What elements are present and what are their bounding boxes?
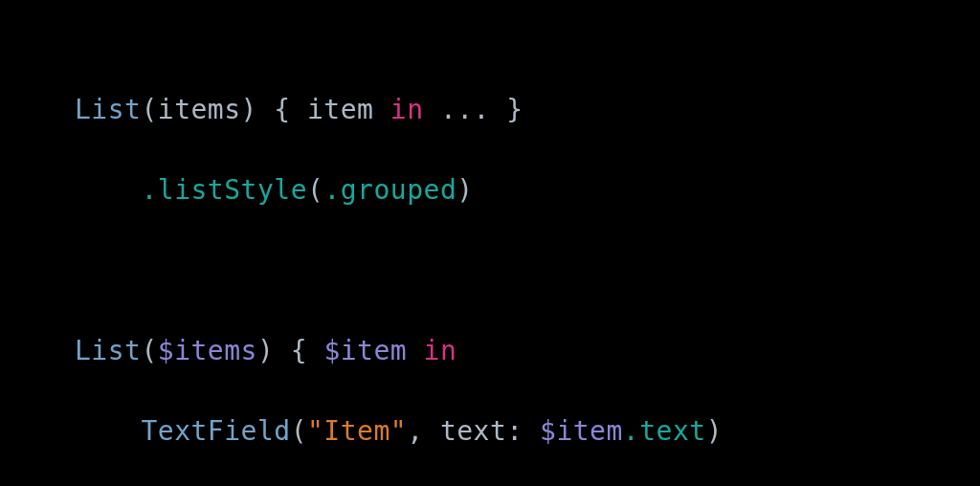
code-line-1: List(items) { item in ... } [75, 90, 905, 130]
binding-token: $item [323, 335, 407, 366]
method-token: .text [623, 415, 706, 447]
blank-line [75, 251, 905, 291]
code-token: ... } [424, 94, 523, 125]
code-token: ( [291, 415, 307, 447]
keyword-token: in [424, 335, 457, 366]
type-token: List [75, 335, 141, 366]
code-token: ( [141, 335, 157, 366]
binding-token: $items [158, 335, 257, 366]
code-token: ) { [257, 335, 323, 366]
code-snippet: List(items) { item in ... } .listStyle(.… [75, 50, 905, 486]
code-token [407, 335, 423, 366]
code-line-3: List($items) { $item in [75, 331, 905, 371]
code-token: , text: [407, 415, 540, 447]
code-token: ) [457, 174, 473, 206]
binding-token: $item [540, 415, 623, 447]
code-line-2: .listStyle(.grouped) [75, 170, 905, 210]
code-token: ( [307, 174, 323, 206]
code-line-4: TextField("Item", text: $item.text) [75, 411, 905, 452]
code-token: (items) { item [141, 94, 390, 125]
indent-token [75, 174, 141, 206]
indent-token [75, 415, 141, 447]
type-token: TextField [141, 415, 290, 447]
type-token: List [75, 94, 141, 125]
method-token: .listStyle [141, 174, 307, 206]
string-token: "Item" [307, 415, 407, 447]
method-token: .grouped [323, 174, 457, 206]
keyword-token: in [390, 94, 424, 125]
code-token: ) [706, 415, 723, 447]
